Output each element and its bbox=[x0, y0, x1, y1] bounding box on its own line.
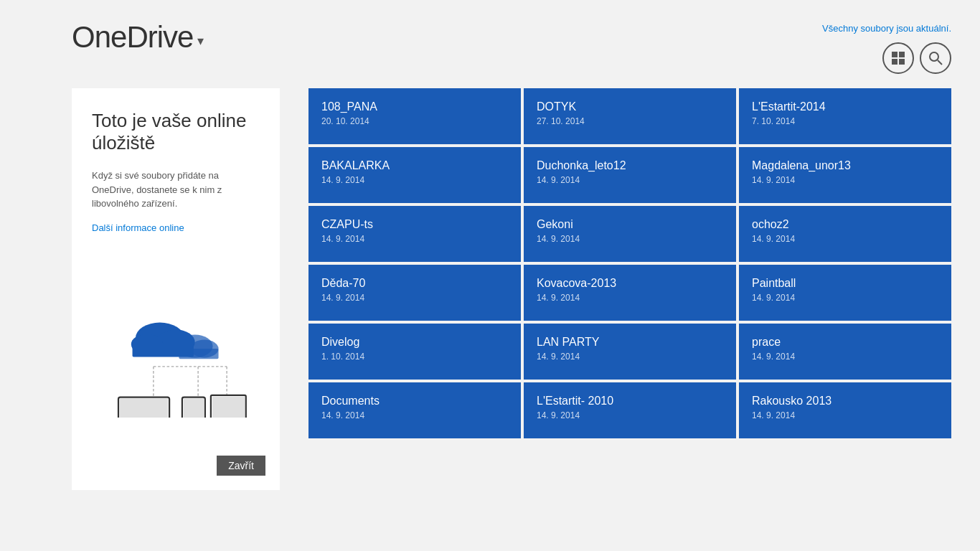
svg-rect-1 bbox=[899, 52, 905, 57]
app-title: OneDrive bbox=[72, 20, 193, 55]
folder-date: 14. 9. 2014 bbox=[537, 352, 723, 362]
svg-rect-17 bbox=[133, 344, 194, 357]
folder-name: LAN PARTY bbox=[537, 335, 723, 349]
folder-item[interactable]: CZAPU-ts14. 9. 2014 bbox=[308, 206, 521, 262]
folder-item[interactable]: L'Estartit- 201014. 9. 2014 bbox=[524, 382, 736, 438]
onedrive-illustration bbox=[104, 303, 248, 418]
folder-item[interactable]: L'Estartit-20147. 10. 2014 bbox=[739, 88, 951, 144]
folder-date: 14. 9. 2014 bbox=[321, 234, 508, 244]
welcome-panel: Toto je vaše online úložiště Když si své… bbox=[72, 88, 280, 490]
folder-item[interactable]: BAKALARKA14. 9. 2014 bbox=[308, 147, 521, 203]
folder-name: Kovacova-2013 bbox=[537, 276, 723, 290]
folder-item[interactable]: Kovacova-201314. 9. 2014 bbox=[524, 265, 736, 321]
folder-name: L'Estartit-2014 bbox=[752, 100, 938, 113]
folder-name: CZAPU-ts bbox=[321, 217, 508, 231]
svg-rect-22 bbox=[184, 398, 204, 418]
header: OneDrive ▾ Všechny soubory jsou aktuální… bbox=[0, 0, 980, 88]
svg-rect-0 bbox=[892, 52, 897, 57]
folder-item[interactable]: Paintball14. 9. 2014 bbox=[739, 265, 951, 321]
search-button[interactable] bbox=[920, 42, 951, 74]
folder-name: Divelog bbox=[321, 335, 508, 349]
grid-icon bbox=[891, 51, 905, 65]
more-info-link[interactable]: Další informace online bbox=[92, 222, 260, 233]
folder-item[interactable]: Duchonka_leto1214. 9. 2014 bbox=[524, 147, 736, 203]
folder-date: 14. 9. 2014 bbox=[752, 175, 938, 185]
folder-item[interactable]: prace14. 9. 2014 bbox=[739, 324, 951, 380]
folder-item[interactable]: Děda-7014. 9. 2014 bbox=[308, 265, 521, 321]
folder-item[interactable]: Divelog1. 10. 2014 bbox=[308, 324, 521, 380]
folder-name: BAKALARKA bbox=[321, 159, 508, 172]
folders-area: 108_PANA20. 10. 2014DOTYK27. 10. 2014L'E… bbox=[308, 88, 951, 490]
folder-date: 14. 9. 2014 bbox=[752, 234, 938, 244]
folder-name: Rakousko 2013 bbox=[752, 394, 938, 408]
close-button[interactable]: Zavřít bbox=[217, 456, 265, 476]
welcome-title: Toto je vaše online úložiště bbox=[92, 110, 260, 154]
folder-date: 14. 9. 2014 bbox=[537, 234, 723, 244]
folder-date: 14. 9. 2014 bbox=[321, 293, 508, 303]
folder-date: 1. 10. 2014 bbox=[321, 352, 508, 362]
search-icon bbox=[928, 51, 943, 65]
folder-name: Magdalena_unor13 bbox=[752, 159, 938, 172]
header-right: Všechny soubory jsou aktuální. bbox=[822, 20, 951, 74]
folder-date: 20. 10. 2014 bbox=[321, 116, 508, 126]
folder-date: 7. 10. 2014 bbox=[752, 116, 938, 126]
folder-name: Duchonka_leto12 bbox=[537, 159, 723, 172]
folder-date: 14. 9. 2014 bbox=[537, 175, 723, 185]
folder-date: 14. 9. 2014 bbox=[537, 293, 723, 303]
svg-rect-19 bbox=[120, 398, 169, 418]
folder-item[interactable]: Magdalena_unor1314. 9. 2014 bbox=[739, 147, 951, 203]
folder-name: Děda-70 bbox=[321, 276, 508, 290]
main-content: Toto je vaše online úložiště Když si své… bbox=[0, 88, 980, 490]
grid-view-button[interactable] bbox=[882, 42, 914, 74]
welcome-description: Když si své soubory přidáte na OneDrive,… bbox=[92, 169, 260, 211]
folder-name: 108_PANA bbox=[321, 100, 508, 113]
logo-area: OneDrive ▾ bbox=[72, 20, 204, 55]
folder-date: 14. 9. 2014 bbox=[321, 410, 508, 420]
chevron-icon[interactable]: ▾ bbox=[197, 33, 204, 49]
folder-item[interactable]: ochoz214. 9. 2014 bbox=[739, 206, 951, 262]
folder-name: Gekoni bbox=[537, 217, 723, 231]
folder-date: 27. 10. 2014 bbox=[537, 116, 723, 126]
folder-item[interactable]: LAN PARTY14. 9. 2014 bbox=[524, 324, 736, 380]
cloud-illustration bbox=[92, 248, 260, 473]
folders-grid: 108_PANA20. 10. 2014DOTYK27. 10. 2014L'E… bbox=[308, 88, 951, 438]
folder-date: 14. 9. 2014 bbox=[537, 410, 723, 420]
folder-item[interactable]: Gekoni14. 9. 2014 bbox=[524, 206, 736, 262]
svg-rect-25 bbox=[212, 397, 245, 418]
folder-date: 14. 9. 2014 bbox=[752, 410, 938, 420]
folder-item[interactable]: Rakousko 201314. 9. 2014 bbox=[739, 382, 951, 438]
folder-name: Documents bbox=[321, 394, 508, 408]
folder-date: 14. 9. 2014 bbox=[321, 175, 508, 185]
folder-date: 14. 9. 2014 bbox=[752, 352, 938, 362]
folder-item[interactable]: 108_PANA20. 10. 2014 bbox=[308, 88, 521, 144]
svg-line-5 bbox=[938, 60, 942, 65]
sync-status: Všechny soubory jsou aktuální. bbox=[822, 23, 951, 34]
folder-name: Paintball bbox=[752, 276, 938, 290]
folder-item[interactable]: Documents14. 9. 2014 bbox=[308, 382, 521, 438]
folder-item[interactable]: DOTYK27. 10. 2014 bbox=[524, 88, 736, 144]
svg-rect-3 bbox=[899, 59, 905, 65]
folder-name: prace bbox=[752, 335, 938, 349]
folder-name: L'Estartit- 2010 bbox=[537, 394, 723, 408]
svg-point-4 bbox=[930, 52, 938, 61]
header-icons bbox=[882, 42, 951, 74]
folder-date: 14. 9. 2014 bbox=[752, 293, 938, 303]
folder-name: DOTYK bbox=[537, 100, 723, 113]
folder-name: ochoz2 bbox=[752, 217, 938, 231]
svg-rect-2 bbox=[892, 59, 897, 65]
